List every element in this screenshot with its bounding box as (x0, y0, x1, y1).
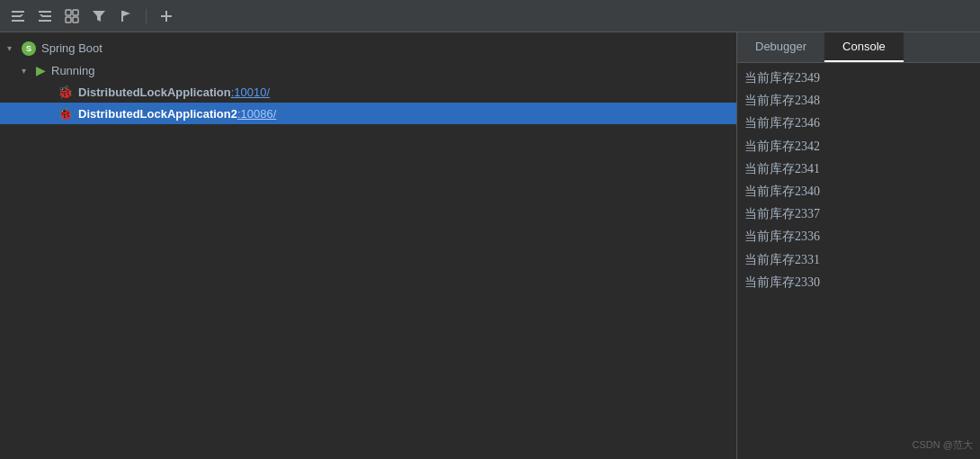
app2-label: DistributedLockApplication2 (78, 107, 237, 121)
app1-label: DistributedLockApplication (78, 86, 231, 99)
svg-rect-4 (39, 11, 51, 13)
bug-icon-app1: 🐞 (58, 85, 73, 99)
svg-rect-0 (12, 11, 24, 13)
watermark: CSDN @范大 (913, 438, 973, 452)
running-label: Running (51, 64, 94, 77)
console-line: 当前库存2346 (744, 112, 973, 134)
collapse-all-icon[interactable] (9, 7, 27, 25)
group-icon[interactable] (63, 7, 81, 25)
svg-rect-9 (73, 10, 78, 15)
left-panel: ▾ S Spring Boot ▾ ▶ Running ▾ 🐞 Distribu… (0, 32, 737, 459)
flag-icon[interactable] (117, 7, 135, 25)
console-line: 当前库存2331 (744, 248, 973, 271)
toolbar-separator (146, 9, 147, 23)
chevron-running: ▾ (22, 66, 32, 76)
filter-icon[interactable] (90, 7, 108, 25)
tabs-row: Debugger Console (737, 32, 980, 63)
expand-all-icon[interactable] (36, 7, 54, 25)
spring-boot-icon: S (22, 40, 36, 56)
svg-marker-3 (21, 14, 23, 17)
console-line: 当前库存2330 (744, 271, 973, 293)
svg-rect-6 (39, 20, 51, 22)
spring-boot-label: Spring Boot (41, 41, 102, 55)
tree-item-running[interactable]: ▾ ▶ Running (0, 59, 736, 81)
svg-rect-16 (161, 15, 172, 17)
svg-rect-5 (42, 15, 51, 17)
svg-marker-14 (123, 11, 130, 16)
svg-rect-2 (12, 20, 24, 22)
main-content: ▾ S Spring Boot ▾ ▶ Running ▾ 🐞 Distribu… (0, 32, 980, 459)
svg-rect-13 (121, 11, 123, 22)
console-output: 当前库存2349当前库存2348当前库存2346当前库存2342当前库存2341… (737, 63, 980, 459)
right-panel: Debugger Console 当前库存2349当前库存2348当前库存234… (737, 32, 980, 459)
tree-item-app2[interactable]: ▾ 🐞 DistributedLockApplication2 :10086/ (0, 103, 736, 124)
svg-rect-10 (66, 17, 71, 22)
console-line: 当前库存2349 (744, 67, 973, 89)
console-line: 当前库存2340 (744, 180, 973, 202)
console-line: 当前库存2336 (744, 225, 973, 248)
console-line: 当前库存2337 (744, 202, 973, 225)
play-icon: ▶ (36, 63, 46, 77)
tree-item-spring-boot[interactable]: ▾ S Spring Boot (0, 36, 736, 59)
svg-marker-7 (40, 14, 42, 17)
svg-rect-1 (12, 15, 21, 17)
chevron-spring-boot: ▾ (7, 43, 18, 53)
console-line: 当前库存2348 (744, 89, 973, 112)
app1-port[interactable]: :10010/ (231, 86, 270, 99)
console-line: 当前库存2342 (744, 135, 973, 158)
tab-console[interactable]: Console (824, 32, 904, 62)
tab-debugger[interactable]: Debugger (737, 32, 824, 62)
svg-rect-11 (73, 17, 78, 22)
svg-marker-12 (93, 11, 105, 22)
bug-icon-app2: 🐞 (58, 106, 73, 121)
app2-port[interactable]: :10086/ (237, 107, 276, 121)
toolbar (0, 0, 980, 32)
console-line: 当前库存2341 (744, 158, 973, 180)
add-icon[interactable] (157, 7, 175, 25)
tree-item-app1[interactable]: ▾ 🐞 DistributedLockApplication :10010/ (0, 81, 736, 103)
svg-rect-8 (66, 10, 71, 15)
